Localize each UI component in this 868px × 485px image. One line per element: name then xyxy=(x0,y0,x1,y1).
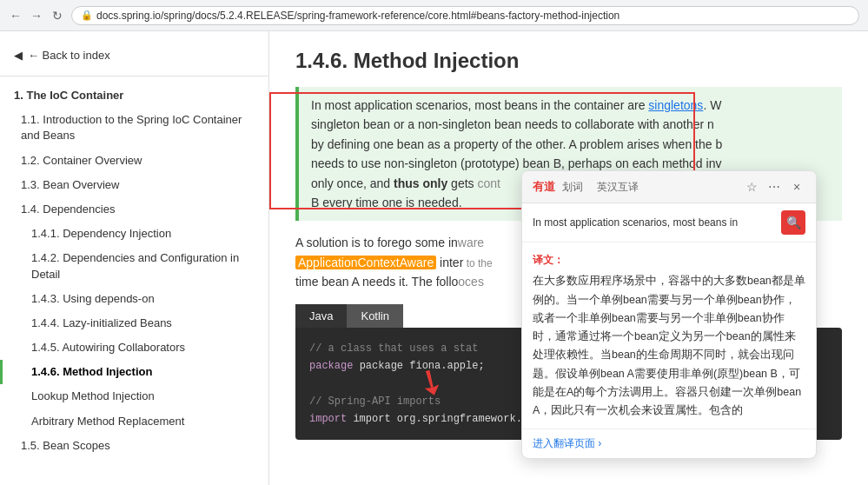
page-title: 1.4.6. Method Injection xyxy=(295,49,842,73)
para2-end: time bean A needs it. The follo xyxy=(295,275,458,289)
sidebar-item-ioc[interactable]: 1. The IoC Container xyxy=(0,83,268,108)
tab-java[interactable]: Java xyxy=(295,304,347,328)
code-package-name: package fiona.apple; xyxy=(360,360,485,372)
back-to-index[interactable]: ◀ ← Back to index xyxy=(0,42,268,76)
address-bar[interactable]: 🔒 docs.spring.io/spring/docs/5.2.4.RELEA… xyxy=(71,6,859,25)
popup-search-button[interactable]: 🔍 xyxy=(781,210,805,235)
popup-divider: 划词 xyxy=(562,180,583,195)
reload-button[interactable]: ↻ xyxy=(50,9,64,23)
main-content: 1.4.6. Method Injection In most applicat… xyxy=(269,31,868,485)
sidebar-item-bean[interactable]: 1.3. Bean Overview xyxy=(0,173,268,197)
popup-translation-label: 译文： xyxy=(533,251,805,269)
popup-pin-button[interactable]: ☆ xyxy=(743,178,760,196)
tab-kotlin[interactable]: Kotlin xyxy=(347,304,403,328)
search-icon: 🔍 xyxy=(786,216,801,229)
popup-header: 有道 划词 英汉互译 ☆ ⋯ × xyxy=(522,171,816,203)
code-comment-1: // a class that uses a stat xyxy=(309,342,478,355)
sidebar-item-lookup[interactable]: Lookup Method Injection xyxy=(0,384,268,409)
popup-footer: 进入翻译页面 › xyxy=(522,429,816,458)
translation-popup: 有道 划词 英汉互译 ☆ ⋯ × In most application sce… xyxy=(521,170,817,459)
popup-search-text: In most application scenarios, most bean… xyxy=(533,216,774,229)
popup-translation-text: 在大多数应用程序场景中，容器中的大多数bean都是单例的。当一个单例bean需要… xyxy=(533,272,805,420)
popup-brand: 有道 xyxy=(533,179,555,195)
popup-close-button[interactable]: × xyxy=(788,178,805,196)
popup-settings-button[interactable]: ⋯ xyxy=(765,178,783,196)
popup-controls: ☆ ⋯ × xyxy=(743,178,805,196)
back-arrow-icon: ◀ xyxy=(14,49,23,62)
popup-translation: 译文： 在大多数应用程序场景中，容器中的大多数bean都是单例的。当一个单例be… xyxy=(522,242,816,429)
sidebar-item-depends-on[interactable]: 1.4.3. Using depends-on xyxy=(0,287,268,311)
para2-start: A solution is to forego some in xyxy=(295,236,458,249)
sidebar-item-arbitrary[interactable]: Arbitrary Method Replacement xyxy=(0,409,268,434)
sidebar-item-autowiring[interactable]: 1.4.5. Autowiring Collaborators xyxy=(0,336,268,360)
highlight-text-start: In most application scenarios, most bean… xyxy=(311,98,648,112)
sidebar: ◀ ← Back to index 1. The IoC Container 1… xyxy=(0,31,269,485)
app-context-aware-highlight: ApplicationContextAware xyxy=(295,256,436,269)
code-package: package xyxy=(309,360,353,372)
lock-icon: 🔒 xyxy=(81,10,93,21)
url-text: docs.spring.io/spring/docs/5.2.4.RELEASE… xyxy=(96,10,620,22)
code-comment-2: // Spring-API imports xyxy=(309,395,441,408)
sidebar-item-dep-config[interactable]: 1.4.2. Dependencies and Configuration in… xyxy=(0,246,268,286)
sidebar-item-intro[interactable]: 1.1. Introduction to the Spring IoC Cont… xyxy=(0,108,268,148)
back-label: ← Back to index xyxy=(28,49,110,62)
code-import: import xyxy=(309,413,347,425)
forward-button[interactable]: → xyxy=(30,9,43,23)
popup-translate-link[interactable]: 进入翻译页面 › xyxy=(533,436,601,451)
page-layout: ◀ ← Back to index 1. The IoC Container 1… xyxy=(0,31,868,485)
sidebar-item-container[interactable]: 1.2. Container Overview xyxy=(0,149,268,173)
singletons-link[interactable]: singletons xyxy=(648,98,703,112)
back-button[interactable]: ← xyxy=(9,9,23,23)
sidebar-item-lazy[interactable]: 1.4.4. Lazy-initialized Beans xyxy=(0,311,268,336)
popup-search-row: In most application scenarios, most bean… xyxy=(522,203,816,242)
sidebar-item-bean-scopes[interactable]: 1.5. Bean Scopes xyxy=(0,434,268,458)
popup-mode-label: 英汉互译 xyxy=(597,180,639,195)
para2-middle: inter xyxy=(440,256,463,269)
browser-bar: ← → ↻ 🔒 docs.spring.io/spring/docs/5.2.4… xyxy=(0,0,868,31)
sidebar-item-dep-injection[interactable]: 1.4.1. Dependency Injection xyxy=(0,222,268,246)
sidebar-item-method-injection[interactable]: 1.4.6. Method Injection xyxy=(0,360,268,384)
sidebar-item-dependencies[interactable]: 1.4. Dependencies xyxy=(0,197,268,222)
